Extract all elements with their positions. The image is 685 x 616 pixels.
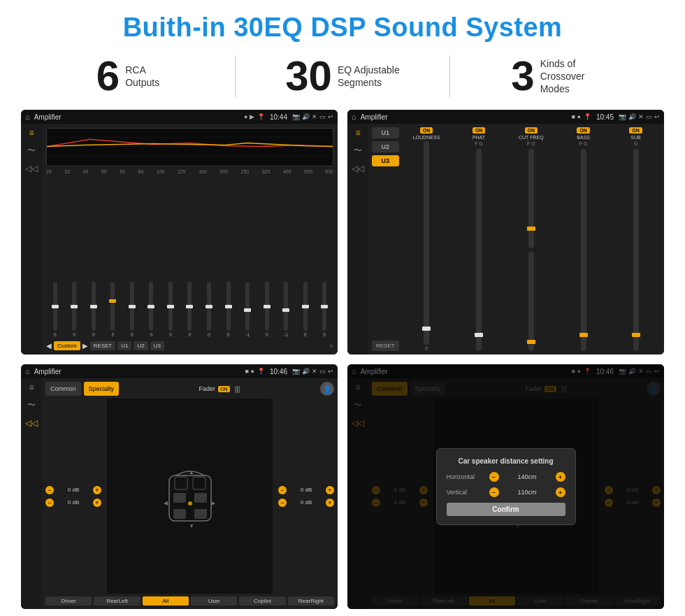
sub-on-btn[interactable]: ON xyxy=(629,127,642,134)
stat-label-rca: RCA Outputs xyxy=(125,64,159,89)
svg-text:▶: ▶ xyxy=(211,500,216,506)
crossover-sidebar-speaker[interactable]: ◁◁ xyxy=(352,164,364,173)
home-icon-3[interactable]: ⌂ xyxy=(25,367,30,375)
bass-fg: F G xyxy=(579,141,588,146)
speaker-bottom-bar: Driver RearLeft All User Copilot RearRig… xyxy=(45,596,334,606)
amp-u1-btn[interactable]: U1 xyxy=(372,127,399,138)
stat-rca: 6 RCA Outputs xyxy=(21,55,235,97)
speaker-sidebar-speaker[interactable]: ◁◁ xyxy=(25,418,38,428)
stat-number-crossover: 3 xyxy=(511,55,534,97)
copilot-btn[interactable]: Copilot xyxy=(239,596,285,606)
phat-on-btn[interactable]: ON xyxy=(473,127,486,134)
bass-slider[interactable] xyxy=(581,149,586,351)
sub-g: G xyxy=(634,141,637,146)
cutfreq-slider-2[interactable] xyxy=(528,252,534,351)
phat-slider[interactable] xyxy=(476,149,482,351)
db-control-tr: − 0 dB + xyxy=(278,486,334,494)
db-minus-tr[interactable]: − xyxy=(278,486,287,494)
cutfreq-on-btn[interactable]: ON xyxy=(525,127,538,134)
stat-number-eq: 30 xyxy=(285,55,332,97)
db-plus-br[interactable]: + xyxy=(326,499,334,507)
crossover-sidebar-wave[interactable]: 〜 xyxy=(354,145,362,157)
eq-more-btn[interactable]: » xyxy=(329,342,333,350)
vertical-plus-btn[interactable]: + xyxy=(556,487,565,497)
speaker-screen: ⌂ Amplifier ■ ● 📍 10:46 📷 🔊 ✕ ▭ ↩ ≡ 〜 ◁◁ xyxy=(21,364,338,609)
eq-band-labels: 2532 4050 6380 100125 160200 250320 4005… xyxy=(46,169,333,174)
location-icon-1: 📍 xyxy=(257,113,265,120)
user-btn[interactable]: User xyxy=(191,596,237,606)
specialty-tab-3[interactable]: Specialty xyxy=(84,382,120,396)
amp-u2-btn[interactable]: U2 xyxy=(372,141,399,152)
svg-rect-7 xyxy=(173,493,186,503)
db-control-br: − 0 dB + xyxy=(278,499,334,507)
eq-sidebar-icon-speaker[interactable]: ◁◁ xyxy=(25,164,38,173)
sub-slider[interactable] xyxy=(633,149,639,351)
volume-icon-2: 🔊 xyxy=(628,113,636,120)
cutfreq-fg: F G xyxy=(527,141,535,146)
eq-custom-btn[interactable]: Custom xyxy=(54,341,80,350)
fader-on-badge: ON xyxy=(218,386,230,392)
eq-next-btn[interactable]: ▶ xyxy=(82,342,88,350)
stat-eq: 30 EQ Adjustable Segments xyxy=(236,55,449,97)
horizontal-value-row: − 140cm + xyxy=(489,472,565,482)
eq-u2-btn[interactable]: U2 xyxy=(134,341,147,350)
home-icon-2[interactable]: ⌂ xyxy=(352,113,356,121)
eq-reset-btn[interactable]: RESET xyxy=(90,341,116,350)
db-val-tr: 0 dB xyxy=(288,487,324,493)
vertical-minus-btn[interactable]: − xyxy=(489,487,499,497)
db-plus-tr[interactable]: + xyxy=(326,486,334,494)
eq-u1-btn[interactable]: U1 xyxy=(117,341,131,350)
volume-icon-1: 🔊 xyxy=(302,113,310,120)
db-plus-tl[interactable]: + xyxy=(93,486,101,494)
db-minus-bl[interactable]: − xyxy=(45,499,54,507)
common-tab-3[interactable]: Common xyxy=(45,382,81,396)
crossover-left-sidebar: ≡ 〜 ◁◁ xyxy=(347,124,368,354)
dialog-overlay: Car speaker distance setting Horizontal … xyxy=(347,364,664,609)
horizontal-minus-btn[interactable]: − xyxy=(489,472,499,482)
profile-icon-3[interactable]: 👤 xyxy=(320,382,334,396)
bass-on-btn[interactable]: ON xyxy=(577,127,590,134)
db-plus-bl[interactable]: + xyxy=(93,499,101,507)
loudness-slider[interactable] xyxy=(424,141,429,345)
cutfreq-slider-1[interactable] xyxy=(528,149,534,248)
svg-rect-6 xyxy=(193,477,206,489)
home-icon-1[interactable]: ⌂ xyxy=(25,113,30,121)
speaker-sidebar-wave[interactable]: 〜 xyxy=(27,399,36,411)
eq-graph xyxy=(46,128,333,166)
fader-sliders: ||| xyxy=(235,385,240,393)
eq-sidebar-icon-eq[interactable]: ≡ xyxy=(29,128,34,138)
screens-grid: ⌂ Amplifier ● ▶ 📍 10:44 📷 🔊 ✕ ▭ ↩ ≡ 〜 ◁◁ xyxy=(21,110,664,609)
amp-reset-btn[interactable]: RESET xyxy=(372,341,399,351)
fader-label: Fader xyxy=(199,385,216,392)
dialog-vertical-row: Vertical − 110cm + xyxy=(447,487,565,497)
channel-cutfreq: ON CUT FREQ F G xyxy=(506,127,556,351)
confirm-button[interactable]: Confirm xyxy=(447,503,565,516)
db-val-tl: 0 dB xyxy=(55,487,92,493)
amp-presets: U1 U2 U3 RESET xyxy=(372,127,399,351)
x-icon-2: ✕ xyxy=(638,113,644,120)
eq-main-content: 2532 4050 6380 100125 160200 250320 4005… xyxy=(42,124,338,354)
speaker-sidebar-eq[interactable]: ≡ xyxy=(29,382,34,392)
amp-u3-btn[interactable]: U3 xyxy=(372,155,399,166)
db-minus-br[interactable]: − xyxy=(278,499,287,507)
loudness-on-btn[interactable]: ON xyxy=(420,127,433,134)
db-val-br: 0 dB xyxy=(288,499,324,506)
back-icon-2[interactable]: ↩ xyxy=(654,113,660,120)
db-minus-tl[interactable]: − xyxy=(45,486,54,494)
crossover-sidebar-eq[interactable]: ≡ xyxy=(355,128,360,138)
battery-icon-2: ▭ xyxy=(646,113,652,120)
eq-sidebar-icon-wave[interactable]: 〜 xyxy=(27,145,36,157)
bass-label: BASS xyxy=(577,135,590,140)
all-btn[interactable]: All xyxy=(143,596,189,606)
vertical-label: Vertical xyxy=(447,489,485,496)
driver-btn[interactable]: Driver xyxy=(45,596,92,606)
rearright-btn[interactable]: RearRight xyxy=(288,596,334,606)
horizontal-plus-btn[interactable]: + xyxy=(556,472,565,482)
back-icon-3[interactable]: ↩ xyxy=(328,368,333,375)
rearleft-btn[interactable]: RearLeft xyxy=(94,596,140,606)
back-icon-1[interactable]: ↩ xyxy=(328,113,333,120)
app-name-2: Amplifier xyxy=(361,113,572,121)
eq-u3-btn[interactable]: U3 xyxy=(150,341,164,350)
eq-prev-btn[interactable]: ◀ xyxy=(46,342,52,350)
dialog-screen: ⌂ Amplifier ■ ● 📍 10:46 📷 🔊 ✕ ▭ ↩ ≡ 〜 ◁◁ xyxy=(347,364,664,609)
